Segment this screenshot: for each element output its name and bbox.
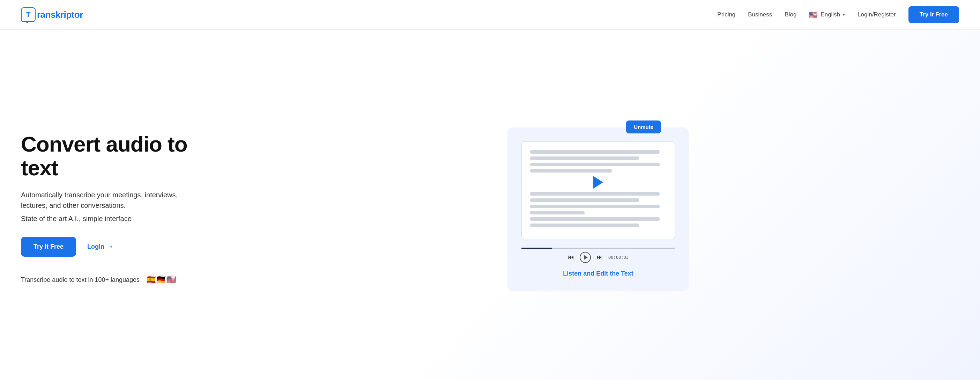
text-line-4 <box>530 169 612 172</box>
hero-section: Convert audio to text Automatically tran… <box>0 30 980 380</box>
listen-edit-link[interactable]: Listen and Edit the Text <box>522 270 675 277</box>
text-line-6 <box>530 198 639 202</box>
flag-us: 🇺🇸 <box>165 273 177 286</box>
skip-forward-button[interactable]: ⏭ <box>597 254 603 261</box>
header: T ranskriptor Pricing Business Blog 🇺🇸 E… <box>0 0 980 30</box>
flags-group: 🇪🇸 🇩🇪 🇺🇸 <box>145 273 177 286</box>
text-line-2 <box>530 156 639 160</box>
hero-tagline: State of the art A.I., simple interface <box>21 215 223 223</box>
text-line-5 <box>530 192 660 196</box>
player-container: Unmute <box>508 128 689 291</box>
hero-try-free-button[interactable]: Try It Free <box>21 237 76 257</box>
logo-letter: T <box>26 10 30 19</box>
logo-text: ranskriptor <box>37 10 83 20</box>
hero-subtitle: Automatically transcribe your meetings, … <box>21 190 202 211</box>
controls-row: ⏮ ⏭ 00:00:03 <box>568 252 628 263</box>
text-lines <box>530 150 666 227</box>
play-button[interactable] <box>580 252 591 263</box>
text-line-9 <box>530 217 660 221</box>
hero-login-link[interactable]: Login → <box>87 243 113 251</box>
progress-track[interactable] <box>522 247 675 249</box>
skip-back-button[interactable]: ⏮ <box>568 254 574 261</box>
nav-blog[interactable]: Blog <box>784 11 796 18</box>
audio-controls: ⏮ ⏭ 00:00:03 <box>522 247 675 263</box>
play-cursor-icon <box>593 176 603 188</box>
languages-text: Transcribe audio to text in 100+ languag… <box>21 276 140 284</box>
chevron-down-icon: ▾ <box>843 13 845 17</box>
progress-bar-container <box>522 247 675 249</box>
header-try-free-button[interactable]: Try It Free <box>908 6 959 23</box>
text-line-1 <box>530 150 660 154</box>
text-line-7 <box>530 205 660 208</box>
nav-business[interactable]: Business <box>748 11 772 18</box>
nav-login-register[interactable]: Login/Register <box>858 11 896 18</box>
language-selector[interactable]: 🇺🇸 English ▾ <box>809 11 845 19</box>
skip-forward-icon: ⏭ <box>597 254 603 261</box>
unmute-button[interactable]: Unmute <box>626 120 661 133</box>
skip-back-icon: ⏮ <box>568 254 574 261</box>
hero-right: Unmute <box>237 122 959 297</box>
language-label: English <box>821 11 840 18</box>
text-line-10 <box>530 224 639 227</box>
flag-emoji: 🇺🇸 <box>809 11 818 19</box>
logo-icon: T <box>21 7 36 22</box>
hero-title: Convert audio to text <box>21 133 223 180</box>
nav-pricing[interactable]: Pricing <box>717 11 735 18</box>
play-circle-icon <box>580 252 591 263</box>
transcript-box <box>522 141 675 239</box>
main-nav: Pricing Business Blog 🇺🇸 English ▾ Login… <box>717 6 959 23</box>
logo[interactable]: T ranskriptor <box>21 7 83 22</box>
languages-row: Transcribe audio to text in 100+ languag… <box>21 273 223 286</box>
text-line-3 <box>530 163 660 166</box>
play-triangle-icon <box>584 255 588 260</box>
progress-fill <box>522 247 552 249</box>
hero-actions: Try It Free Login → <box>21 237 223 257</box>
hero-left: Convert audio to text Automatically tran… <box>21 133 237 286</box>
text-line-8 <box>530 211 585 214</box>
timestamp: 00:00:03 <box>608 255 628 260</box>
